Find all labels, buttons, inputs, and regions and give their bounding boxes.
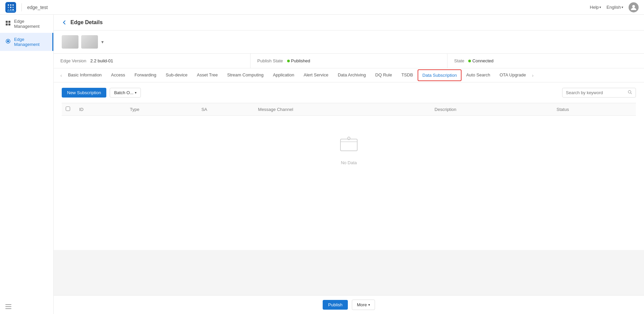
- sidebar-item-label-parent: Edge Management: [14, 19, 48, 29]
- table-header-status: Status: [552, 103, 636, 116]
- back-button[interactable]: [62, 20, 67, 25]
- svg-rect-18: [5, 304, 11, 305]
- svg-point-2: [10, 4, 11, 6]
- tab-ota-upgrade[interactable]: OTA Upgrade: [495, 68, 531, 82]
- tab-alert-service[interactable]: Alert Service: [299, 68, 333, 82]
- table-header-sa: SA: [197, 103, 254, 116]
- stat-publish-state: Publish State Published: [251, 54, 447, 68]
- sidebar-collapse-btn[interactable]: [0, 300, 53, 314]
- tab-data-subscription[interactable]: Data Subscription: [418, 69, 462, 81]
- publish-state-dot: [287, 60, 290, 62]
- sidebar-item-label: Edge Management: [14, 37, 47, 47]
- select-all-checkbox[interactable]: [66, 107, 70, 111]
- table-header-description: Description: [431, 103, 553, 116]
- stat-state-value: Connected: [468, 58, 493, 63]
- svg-point-11: [632, 5, 635, 8]
- logo: EnOS: [5, 2, 16, 13]
- search-input[interactable]: [566, 90, 626, 95]
- batch-chevron-icon: ▾: [135, 91, 137, 95]
- data-table: ID Type SA Message Channel Description S…: [62, 103, 636, 116]
- topbar-right: Help ▾ English ▾: [590, 2, 639, 12]
- tab-data-archiving[interactable]: Data Archiving: [333, 68, 371, 82]
- topbar-divider: [21, 3, 22, 11]
- stat-state: State Connected: [447, 54, 644, 68]
- table-header-message-channel: Message Channel: [254, 103, 430, 116]
- tab-access[interactable]: Access: [106, 68, 130, 82]
- sidebar-item-edge-management[interactable]: Edge Management: [0, 33, 53, 51]
- main-content: Edge Details ▾ Edge Version 2.2 build-01…: [54, 15, 644, 314]
- logo-icon: EnOS: [5, 2, 16, 13]
- more-chevron-icon: ▾: [368, 303, 370, 307]
- topbar: EnOS edge_test Help ▾ English ▾: [0, 0, 644, 15]
- stat-publish-state-value: Published: [287, 58, 310, 63]
- bottom-action-bar: Publish More ▾: [54, 295, 644, 314]
- sidebar: Edge Management Edge Management: [0, 15, 54, 314]
- tab-basic-information[interactable]: Basic Information: [63, 68, 106, 82]
- tab-asset-tree[interactable]: Asset Tree: [192, 68, 222, 82]
- svg-point-5: [10, 7, 11, 8]
- device-section: ▾: [54, 30, 644, 54]
- tab-nav-left-arrow[interactable]: ‹: [59, 73, 63, 78]
- svg-text:EnOS: EnOS: [7, 9, 15, 12]
- svg-rect-14: [6, 23, 8, 25]
- device-chevron-icon[interactable]: ▾: [101, 39, 104, 45]
- svg-point-3: [12, 4, 14, 6]
- search-box[interactable]: [562, 88, 636, 98]
- empty-state: No Data: [62, 116, 636, 185]
- svg-rect-20: [5, 308, 11, 309]
- sidebar-item-edge-management-parent[interactable]: Edge Management: [0, 15, 53, 33]
- stat-edge-version: Edge Version 2.2 build-01: [54, 54, 251, 68]
- publish-button[interactable]: Publish: [323, 300, 348, 310]
- device-avatar: [62, 35, 78, 49]
- tab-nav-right-arrow[interactable]: ›: [531, 73, 535, 78]
- toolbar-left: New Subscription Batch O... ▾: [62, 88, 141, 98]
- tab-forwarding[interactable]: Forwarding: [130, 68, 161, 82]
- table-header-checkbox: [62, 103, 75, 116]
- data-subscription-content: New Subscription Batch O... ▾: [54, 82, 644, 250]
- svg-point-16: [7, 40, 9, 42]
- tab-nav: ‹ Basic Information Access Forwarding Su…: [54, 68, 644, 82]
- stat-publish-state-label: Publish State: [257, 58, 283, 63]
- help-menu[interactable]: Help ▾: [590, 5, 601, 10]
- state-dot: [468, 60, 471, 62]
- device-avatar-2: [81, 35, 98, 49]
- search-icon: [628, 90, 632, 96]
- page-name: edge_test: [27, 5, 48, 10]
- svg-point-4: [8, 7, 9, 8]
- layout: Edge Management Edge Management: [0, 15, 644, 314]
- tab-auto-search[interactable]: Auto Search: [462, 68, 495, 82]
- stats-row: Edge Version 2.2 build-01 Publish State …: [54, 54, 644, 68]
- svg-point-6: [12, 7, 14, 8]
- tab-tsdb[interactable]: TSDB: [397, 68, 418, 82]
- svg-rect-12: [6, 21, 8, 23]
- help-chevron-icon: ▾: [599, 5, 601, 9]
- tab-stream-computing[interactable]: Stream Computing: [222, 68, 268, 82]
- tab-sub-device[interactable]: Sub-device: [161, 68, 192, 82]
- table-header-id: ID: [75, 103, 126, 116]
- logo-area: EnOS edge_test: [5, 2, 59, 13]
- page-header: Edge Details: [54, 15, 644, 30]
- tab-dq-rule[interactable]: DQ Rule: [371, 68, 397, 82]
- more-button[interactable]: More ▾: [352, 300, 375, 310]
- toolbar: New Subscription Batch O... ▾: [62, 88, 636, 98]
- tab-application[interactable]: Application: [268, 68, 299, 82]
- language-menu[interactable]: English ▾: [606, 5, 623, 10]
- device-name-area: ▾: [101, 39, 104, 45]
- empty-text: No Data: [341, 160, 357, 165]
- edge-management-parent-icon: [5, 20, 11, 27]
- page-title: Edge Details: [70, 19, 103, 25]
- svg-point-1: [8, 4, 9, 6]
- empty-icon: [339, 136, 359, 156]
- svg-rect-13: [8, 21, 10, 23]
- new-subscription-button[interactable]: New Subscription: [62, 88, 106, 98]
- table-header-row: ID Type SA Message Channel Description S…: [62, 103, 636, 116]
- batch-operation-button[interactable]: Batch O... ▾: [110, 88, 141, 98]
- table-header-type: Type: [126, 103, 197, 116]
- user-avatar[interactable]: [629, 2, 639, 12]
- lang-chevron-icon: ▾: [622, 5, 623, 9]
- stat-edge-version-label: Edge Version: [60, 58, 86, 63]
- stat-edge-version-value: 2.2 build-01: [90, 58, 113, 63]
- svg-rect-19: [5, 306, 11, 307]
- stat-state-label: State: [454, 58, 464, 63]
- svg-point-21: [628, 90, 631, 93]
